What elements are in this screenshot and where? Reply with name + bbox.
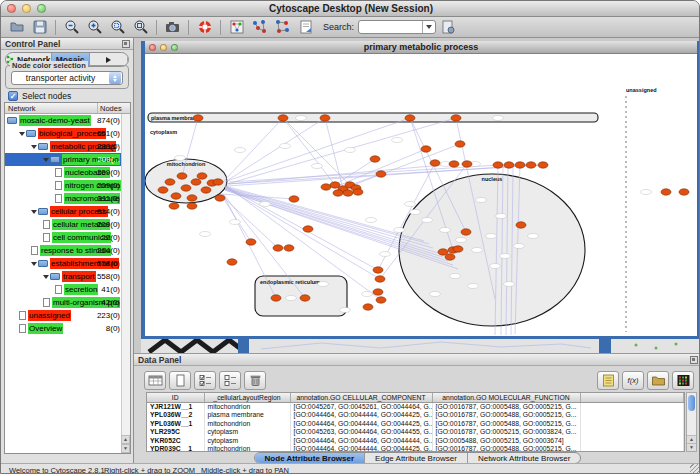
tree-row[interactable]: metabolic process280(0) [5,140,130,153]
network-node[interactable] [213,179,223,185]
zoom-fit-button[interactable] [129,18,152,37]
table-column-header[interactable]: annotation.GO CELLULAR_COMPONENT [290,393,432,402]
float-data-panel-icon[interactable] [690,356,698,364]
scroll-up-icon[interactable]: ▲ [121,435,130,444]
tree-row[interactable]: secretion41(0) [5,283,130,296]
table-column-header[interactable]: ID [147,393,204,402]
node-color-combobox[interactable]: transporter activity [11,71,123,85]
layout-tool-button-2[interactable] [271,18,294,37]
network-node[interactable] [187,203,197,209]
table-column-header[interactable]: annotation.GO MOLECULAR_FUNCTION [432,393,580,402]
tree-row[interactable]: response to stimulu264(0) [5,244,130,257]
disclosure-triangle-icon[interactable] [31,262,37,266]
disclosure-triangle-icon[interactable] [43,275,49,279]
network-node[interactable] [363,304,373,310]
network-node[interactable] [449,161,459,167]
network-node[interactable] [181,185,191,191]
select-nodes-checkbox[interactable]: ✓ [8,91,18,101]
tree-row[interactable]: nucleobase-209(0) [5,166,130,179]
tab-node-attribute-browser[interactable]: Node Attribute Browser [255,453,366,463]
unselect-all-attributes-button[interactable] [219,371,241,390]
tab-network-attribute-browser[interactable]: Network Attribute Browser [468,453,580,463]
network-node[interactable] [451,115,461,121]
network-node[interactable] [493,162,503,168]
network-node[interactable] [193,115,203,121]
network-node[interactable] [405,115,415,121]
network-node[interactable] [201,187,211,193]
zoom-in-button[interactable] [83,18,106,37]
network-node[interactable] [679,189,689,195]
network-node[interactable] [373,267,383,273]
network-node[interactable] [271,295,281,301]
disclosure-triangle-icon[interactable] [19,132,25,136]
network-node[interactable] [177,173,187,179]
tree-row[interactable]: primary metabo209(... [5,153,130,166]
matrix-view-button[interactable] [672,371,694,390]
network-node[interactable] [453,246,463,252]
tree-row[interactable]: biological_process651(0) [5,127,130,140]
table-row[interactable]: YDR039C__1mitochondrion[GO:0044464, GO:0… [147,445,684,453]
network-node[interactable] [504,162,514,168]
network-node[interactable] [461,229,471,235]
network-node[interactable] [215,195,225,201]
tab-edge-attribute-browser[interactable]: Edge Attribute Browser [365,453,468,463]
notes-button[interactable] [597,371,619,390]
zoom-out-button[interactable] [60,18,83,37]
table-column-header[interactable]: _cellularLayoutRegion [204,393,290,402]
open-file-button[interactable] [5,18,28,37]
tree-row[interactable]: nitrogen compo209(0) [5,179,130,192]
tree-scrollbar[interactable]: ▲ ▼ [121,114,130,453]
tree-row[interactable]: cellular metabol209(0) [5,218,130,231]
network-node[interactable] [343,190,353,196]
zoom-selected-region-button[interactable] [106,18,129,37]
table-scroll-down-icon[interactable]: ▼ [687,443,696,451]
formula-builder-button[interactable]: f(x) [622,371,644,390]
table-scrollbar-thumb[interactable] [688,395,695,411]
search-input[interactable] [359,21,422,33]
layout-tool-button-1[interactable] [248,18,271,37]
network-snapshot-button[interactable] [161,18,184,37]
network-node[interactable] [300,295,310,301]
network-node[interactable] [278,115,288,121]
tree-row[interactable]: cell communicat22(0) [5,231,130,244]
network-node[interactable] [526,162,536,168]
network-node[interactable] [246,239,256,245]
network-node[interactable] [273,245,283,251]
table-row[interactable]: YLR295Ccytoplasm[GO:0045263, GO:0044464,… [147,428,684,437]
table-row[interactable]: YPL036W__1mitochondrion[GO:0044464, GO:0… [147,419,684,428]
table-row[interactable]: YJR121W__1mitochondrion[GO:0045267, GO:0… [147,402,684,411]
network-node[interactable] [320,115,330,121]
search-dropdown-button[interactable] [422,21,435,33]
network-node[interactable] [303,226,313,232]
network-node[interactable] [661,189,671,195]
tree-row[interactable]: establishment of lo558(0) [5,257,130,270]
network-node[interactable] [187,195,197,201]
tree-row[interactable]: Overview8(0) [5,322,130,335]
network-node[interactable] [376,297,386,303]
table-column-header[interactable] [580,393,684,402]
table-scroll-up-icon[interactable]: ▲ [687,435,696,443]
network-node[interactable] [370,156,380,162]
network-node[interactable] [158,187,168,193]
tree-row[interactable]: unassigned223(0) [5,309,130,322]
help-button[interactable] [193,18,216,37]
network-node[interactable] [353,189,363,195]
tree-row[interactable]: multi-organism pro42(0) [5,296,130,309]
network-node[interactable] [421,146,431,152]
network-node[interactable] [171,193,181,199]
network-node[interactable] [321,184,331,190]
network-node[interactable] [284,245,294,251]
network-node[interactable] [289,196,299,202]
table-row[interactable]: YPL036W__2plasma membrane[GO:0044464, GO… [147,411,684,420]
network-node[interactable] [165,179,175,185]
network-node[interactable] [376,171,386,177]
tree-column-network[interactable]: Network [5,103,98,113]
disclosure-triangle-icon[interactable] [43,158,49,162]
network-node[interactable] [333,190,343,196]
disclosure-triangle-icon[interactable] [31,210,37,214]
network-node[interactable] [462,161,472,167]
disclosure-triangle-icon[interactable] [31,145,37,149]
network-node[interactable] [227,259,237,265]
network-canvas[interactable]: plasma membranecytoplasmmitochondrionnuc… [145,54,697,335]
network-node[interactable] [373,289,383,295]
